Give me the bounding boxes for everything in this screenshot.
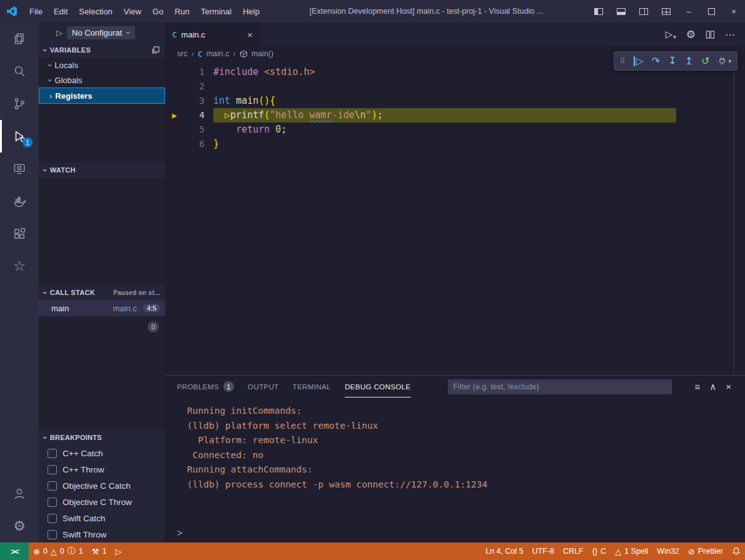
tab-close-icon[interactable]: × bbox=[247, 29, 253, 40]
glyph-margin[interactable] bbox=[166, 65, 183, 79]
docker-icon[interactable] bbox=[0, 185, 39, 218]
menu-run[interactable]: Run bbox=[169, 0, 195, 22]
start-debug-icon[interactable]: ▷ bbox=[56, 28, 63, 38]
panel-tab-problems[interactable]: PROBLEMS1 bbox=[177, 376, 234, 398]
line-text[interactable]: return 0; bbox=[213, 122, 286, 137]
debug-status-icon[interactable]: ▷ bbox=[111, 542, 126, 560]
split-editor-icon[interactable] bbox=[706, 30, 715, 39]
run-file-button[interactable]: ▷▾ bbox=[666, 29, 676, 40]
platform-indicator[interactable]: Win32 bbox=[652, 542, 683, 560]
toggle-secondary-sidebar-icon[interactable] bbox=[632, 0, 655, 22]
more-actions-icon[interactable]: ⋯ bbox=[725, 29, 735, 41]
glyph-margin[interactable] bbox=[166, 79, 183, 94]
line-text[interactable]: #include <stdio.h> bbox=[213, 65, 315, 79]
run-and-debug-icon[interactable]: 1 bbox=[0, 120, 39, 152]
menu-view[interactable]: View bbox=[118, 0, 147, 22]
toggle-sidebar-icon[interactable] bbox=[587, 0, 610, 22]
code-line-4[interactable]: ▶4 ▷printf("hello wamr-ide\n"); bbox=[166, 108, 745, 122]
code-line-5[interactable]: 5 return 0; bbox=[166, 122, 745, 137]
collapse-all-icon[interactable] bbox=[151, 46, 160, 54]
breakpoint-row-swift-throw[interactable]: Swift Throw bbox=[39, 526, 165, 542]
menu-file[interactable]: File bbox=[24, 0, 48, 22]
menu-help[interactable]: Help bbox=[237, 0, 265, 22]
line-text[interactable]: ▷printf("hello wamr-ide\n"); bbox=[213, 108, 676, 122]
notifications-bell-icon[interactable] bbox=[727, 542, 745, 560]
extensions-icon[interactable] bbox=[0, 218, 39, 250]
breadcrumb-symbol[interactable]: main() bbox=[251, 49, 273, 58]
menu-go[interactable]: Go bbox=[147, 0, 169, 22]
variables-registers[interactable]: › Registers bbox=[39, 88, 165, 104]
breakpoint-checkbox[interactable] bbox=[48, 481, 57, 491]
console-prompt[interactable]: > bbox=[177, 528, 745, 542]
code-line-6[interactable]: 6} bbox=[166, 137, 745, 151]
toolchain-gear-icon[interactable]: ⚙ bbox=[686, 28, 696, 41]
breakpoint-row-c-throw[interactable]: C++ Throw bbox=[39, 461, 165, 478]
watch-header[interactable]: › WATCH bbox=[39, 162, 165, 178]
variables-locals[interactable]: › Locals bbox=[39, 58, 165, 72]
current-line-arrow-icon[interactable]: ▶ bbox=[166, 108, 183, 122]
breadcrumb-file[interactable]: main.c bbox=[206, 49, 230, 58]
step-into-button[interactable]: ↧ bbox=[668, 56, 676, 66]
problems-status[interactable]: ⊗0 △0 ⓘ1 bbox=[29, 542, 88, 560]
step-out-button[interactable]: ↥ bbox=[685, 56, 693, 66]
breakpoint-checkbox[interactable] bbox=[48, 530, 57, 539]
continue-button[interactable]: ▷ bbox=[634, 56, 644, 66]
breakpoint-row-objective-c-catch[interactable]: Objective C Catch bbox=[39, 478, 165, 494]
scrollbar[interactable] bbox=[734, 61, 734, 375]
panel-tab-debug-console[interactable]: DEBUG CONSOLE bbox=[345, 376, 411, 398]
cursor-position[interactable]: Ln 4, Col 5 bbox=[481, 542, 527, 560]
stack-frame-row[interactable]: main main.c 4:5 bbox=[39, 300, 165, 316]
explorer-icon[interactable] bbox=[0, 22, 39, 55]
menu-edit[interactable]: Edit bbox=[48, 0, 73, 22]
minimize-button[interactable]: – bbox=[677, 0, 700, 22]
panel-tab-terminal[interactable]: TERMINAL bbox=[293, 376, 331, 398]
glyph-margin[interactable] bbox=[166, 122, 183, 137]
callstack-header[interactable]: › CALL STACK Paused on st... bbox=[39, 285, 165, 300]
line-text[interactable]: } bbox=[213, 137, 219, 151]
breakpoint-checkbox[interactable] bbox=[48, 449, 57, 458]
breakpoint-checkbox[interactable] bbox=[48, 465, 57, 474]
code-line-2[interactable]: 2 bbox=[166, 79, 745, 94]
code-line-3[interactable]: 3int main(){ bbox=[166, 94, 745, 108]
breakpoint-row-swift-catch[interactable]: Swift Catch bbox=[39, 510, 165, 526]
toggle-panel-icon[interactable] bbox=[610, 0, 632, 22]
code-editor[interactable]: 1#include <stdio.h>23int main(){▶4 ▷prin… bbox=[166, 61, 745, 375]
source-control-icon[interactable] bbox=[0, 88, 39, 120]
breakpoints-header[interactable]: › BREAKPOINTS bbox=[39, 430, 165, 445]
toolchain-status[interactable]: ⚒1 bbox=[88, 542, 111, 560]
console-filter-input[interactable] bbox=[448, 379, 672, 394]
breakpoint-checkbox[interactable] bbox=[48, 498, 57, 507]
close-panel-icon[interactable]: × bbox=[726, 381, 731, 392]
debug-config-dropdown[interactable]: No Configurat › bbox=[67, 26, 135, 39]
variables-globals[interactable]: › Globals bbox=[39, 72, 165, 88]
drag-grip-icon[interactable]: ⠿ bbox=[620, 57, 626, 66]
disconnect-button[interactable]: ▾ bbox=[717, 56, 731, 66]
breakpoint-row-c-catch[interactable]: C++ Catch bbox=[39, 445, 165, 461]
customize-layout-icon[interactable] bbox=[655, 0, 677, 22]
encoding-indicator[interactable]: UTF-8 bbox=[528, 542, 559, 560]
tab-main-c[interactable]: C main.c × bbox=[166, 22, 260, 46]
filter-options-icon[interactable]: ≡ bbox=[694, 381, 700, 392]
menu-selection[interactable]: Selection bbox=[73, 0, 118, 22]
breadcrumb-folder[interactable]: src bbox=[177, 49, 188, 58]
eol-indicator[interactable]: CRLF bbox=[559, 542, 588, 560]
restart-button[interactable]: ↺ bbox=[701, 56, 709, 66]
menu-terminal[interactable]: Terminal bbox=[195, 0, 237, 22]
account-icon[interactable] bbox=[0, 478, 39, 510]
breakpoint-checkbox[interactable] bbox=[48, 514, 57, 523]
close-button[interactable]: × bbox=[722, 0, 745, 22]
glyph-margin[interactable] bbox=[166, 137, 183, 151]
variables-header[interactable]: › VARIABLES bbox=[39, 42, 165, 58]
formatter-status[interactable]: ⊘Prettier bbox=[684, 542, 727, 560]
remote-explorer-icon[interactable] bbox=[0, 152, 39, 185]
step-over-button[interactable]: ↷ bbox=[652, 56, 660, 66]
breakpoint-row-objective-c-throw[interactable]: Objective C Throw bbox=[39, 494, 165, 510]
debug-console[interactable]: Running initCommands:(lldb) platform sel… bbox=[166, 398, 745, 542]
star-icon[interactable]: ☆ bbox=[0, 250, 39, 282]
maximize-button[interactable] bbox=[700, 0, 722, 22]
line-text[interactable]: int main(){ bbox=[213, 94, 275, 108]
glyph-margin[interactable] bbox=[166, 94, 183, 108]
maximize-panel-icon[interactable]: ∧ bbox=[709, 381, 716, 392]
panel-tab-output[interactable]: OUTPUT bbox=[248, 376, 279, 398]
language-mode[interactable]: {} C bbox=[588, 542, 611, 560]
